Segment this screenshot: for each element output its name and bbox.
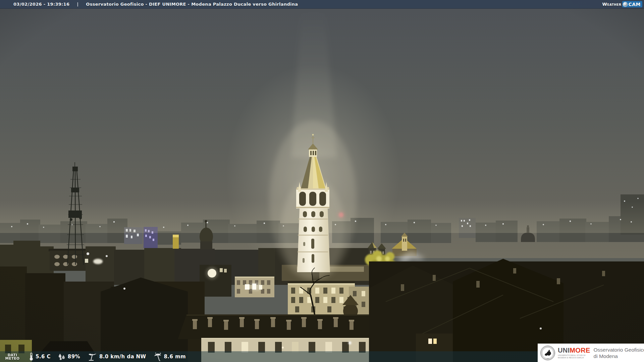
- weathercam-logo: Weather CAM: [602, 1, 642, 7]
- unimore-branding-box: 1175 UNIMORE UNIVERSITÀ DEGLI STUDI DI M…: [538, 344, 644, 362]
- weathercam-weather-label: Weather: [602, 2, 621, 7]
- unimore-more-text: MORE: [570, 347, 590, 354]
- wind-value: 8.0 km/h da NW: [99, 354, 146, 360]
- humidity-value: 89%: [68, 354, 80, 360]
- camera-title: Osservatorio Geofisico - DIEF UNIMORE - …: [86, 2, 298, 7]
- timestamp: 03/02/2026 - 19:39:16: [13, 2, 69, 7]
- humidity-icon: [57, 353, 66, 361]
- rain-icon: [153, 352, 162, 361]
- night-cityscape-photo: [0, 0, 644, 362]
- temperature-value: 5.6 C: [36, 354, 51, 360]
- rain-value: 8.6 mm: [164, 354, 185, 360]
- observatory-name: Osservatorio Geofisico di Modena: [594, 347, 644, 359]
- unimore-uni-text: UNI: [558, 347, 570, 354]
- svg-text:1175: 1175: [547, 358, 549, 359]
- university-subtitle: UNIVERSITÀ DEGLI STUDI DI MODENA E REGGI…: [558, 354, 590, 359]
- thermometer-icon: [29, 352, 34, 361]
- unimore-wordmark: UNIMORE UNIVERSITÀ DEGLI STUDI DI MODENA…: [558, 347, 590, 359]
- separator: |: [77, 2, 78, 7]
- webcam-frame: 03/02/2026 - 19:39:16 | Osservatorio Geo…: [0, 0, 644, 362]
- unimore-seal: 1175: [540, 345, 555, 361]
- weathercam-badge: CAM: [622, 1, 642, 7]
- vignette: [0, 0, 644, 362]
- weathercam-cam-label: CAM: [628, 2, 641, 7]
- status-bar: 03/02/2026 - 19:39:16 | Osservatorio Geo…: [0, 0, 644, 9]
- wind-icon: [88, 352, 98, 361]
- dati-meteo-label: DATI METEO: [5, 353, 20, 360]
- globe-icon: [623, 2, 627, 6]
